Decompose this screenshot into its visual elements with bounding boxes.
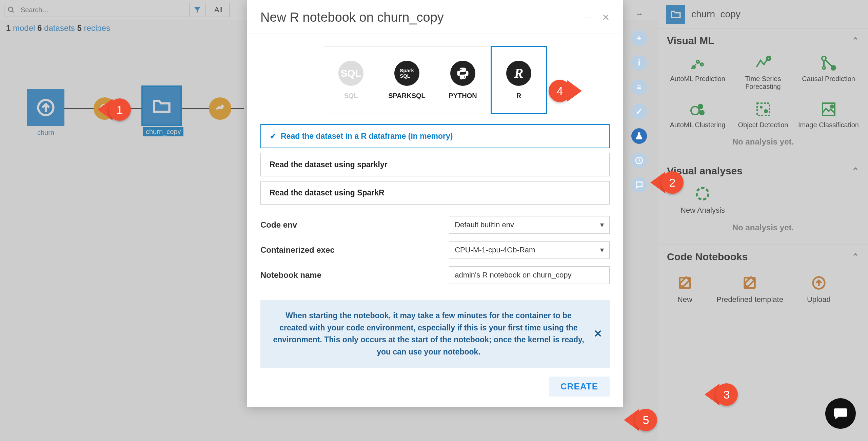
flow-node-churn-copy[interactable]: churn_copy [143,87,183,136]
recipes-link[interactable]: recipes [84,23,110,33]
chevron-up-icon: ⌃ [852,252,859,262]
kernel-sql[interactable]: SQLSQL [323,46,379,114]
flow-edge [64,108,98,109]
flow-node-churn[interactable]: churn [27,89,64,137]
code-env-label: Code env [260,220,449,230]
search-icon [4,6,18,14]
r-icon: R [506,61,531,86]
svg-point-0 [8,7,13,12]
code-notebooks-section: Code Notebooks ⌃ New Predefined template… [658,245,868,318]
section-title[interactable]: Visual analyses ⌃ [667,165,859,177]
section-title[interactable]: Visual ML ⌃ [667,35,859,46]
svg-point-20 [831,105,833,108]
python-icon [450,61,475,86]
read-options: Read the dataset in a R dataframe (in me… [247,121,623,211]
history-action-icon[interactable] [631,153,647,168]
recipe-node[interactable] [94,97,116,120]
chat-fab[interactable] [825,398,856,429]
svg-point-21 [697,188,709,200]
node-label: churn [27,129,64,137]
modal-form: Code env Default builtin env▾ Containeri… [247,211,623,297]
app-root: All 1 model 6 datasets 5 recipes churn [0,0,868,441]
datasets-link[interactable]: datasets [44,23,75,33]
folder-icon [666,5,685,24]
modal-header: New R notebook on churn_copy — ✕ [247,0,623,34]
list-action-icon[interactable]: ≡ [631,79,647,95]
right-rail-actions: → + i ≡ ✓ [631,6,647,193]
filter-button[interactable] [189,3,205,17]
new-analysis[interactable]: New Analysis [667,184,738,215]
svg-rect-16 [757,103,769,115]
container-select[interactable]: CPU-M-1-cpu-4Gb-Ram▾ [449,241,610,259]
empty-text: No analysis yet. [667,129,859,149]
notebook-predefined[interactable]: Predefined template [716,273,783,304]
svg-point-17 [760,106,763,109]
create-button[interactable]: CREATE [549,377,610,397]
info-action-icon[interactable]: i [631,55,647,71]
dataset-count: 6 [37,23,42,33]
automl-clustering[interactable]: AutoML Clustering [667,100,728,129]
notebook-name-label: Notebook name [260,270,449,280]
new-notebook-modal: New R notebook on churn_copy — ✕ SQLSQL … [247,0,623,407]
recipe-count: 5 [77,23,82,33]
folder-dataset-icon [143,87,180,124]
panel-title: churn_copy [691,9,741,20]
svg-line-1 [12,11,14,13]
empty-text: No analysis yet. [667,215,859,234]
chevron-up-icon: ⌃ [852,166,859,176]
sparksql-icon: SparkSQL [394,61,419,86]
svg-point-12 [823,66,825,69]
code-env-select[interactable]: Default builtin env▾ [449,216,610,234]
notebook-upload[interactable]: Upload [807,273,831,304]
automl-prediction[interactable]: AutoML Prediction [667,54,728,91]
chevron-down-icon: ▾ [600,220,604,229]
option-sparklyr[interactable]: Read the dataset using sparklyr [260,153,610,176]
visual-analyses-section: Visual analyses ⌃ New Analysis No analys… [658,159,868,245]
svg-point-13 [691,107,699,115]
visual-ml-section: Visual ML ⌃ AutoML Prediction Time Serie… [658,29,868,159]
time-series-forecasting[interactable]: Time Series Forecasting [732,54,794,91]
upload-dataset-icon [27,89,64,126]
image-classification[interactable]: Image Classification [798,100,859,129]
kernel-python[interactable]: PYTHON [435,46,491,114]
lab-action-icon[interactable] [631,128,647,144]
causal-prediction[interactable]: Causal Prediction [798,54,859,91]
svg-point-4 [101,105,108,112]
chevron-down-icon: ▾ [600,246,604,254]
close-icon[interactable]: ✕ [602,12,610,23]
dismiss-info-icon[interactable]: ✕ [594,326,602,342]
object-detection[interactable]: Object Detection [732,100,794,129]
container-label: Containerized exec [260,245,449,255]
details-panel: churn_copy Visual ML ⌃ AutoML Prediction… [658,0,868,441]
notebook-new[interactable]: New [677,273,693,304]
svg-point-18 [764,109,768,113]
notebook-name-input[interactable] [449,266,610,284]
svg-point-15 [700,111,704,115]
option-sparkr[interactable]: Read the dataset using SparkR [260,181,610,205]
node-label: churn_copy [143,127,183,136]
search-box[interactable] [4,3,187,17]
kernel-sparksql[interactable]: SparkSQLSPARKSQL [379,46,435,114]
svg-point-14 [698,104,703,109]
model-link[interactable]: model [13,23,35,33]
model-count: 1 [6,23,11,33]
sql-icon: SQL [338,61,363,86]
kernel-r[interactable]: RR [491,46,547,114]
modal-title: New R notebook on churn_copy [260,10,444,25]
minimize-icon[interactable]: — [582,12,592,23]
check-action-icon[interactable]: ✓ [631,104,647,119]
option-dataframe[interactable]: Read the dataset in a R dataframe (in me… [260,124,610,148]
recipe-node-prepare[interactable] [209,97,231,120]
chevron-up-icon: ⌃ [852,36,859,46]
comment-action-icon[interactable] [631,177,647,193]
panel-header: churn_copy [658,0,868,29]
add-action-icon[interactable]: + [631,31,647,46]
info-banner: When starting the notebook, it may take … [260,300,610,368]
search-input[interactable] [18,5,187,15]
kernel-selector: SQLSQL SparkSQLSPARKSQL PYTHON RR [247,34,623,121]
collapse-panel-icon[interactable]: → [631,6,647,22]
filter-all-label[interactable]: All [208,3,230,17]
section-title[interactable]: Code Notebooks ⌃ [667,251,859,263]
